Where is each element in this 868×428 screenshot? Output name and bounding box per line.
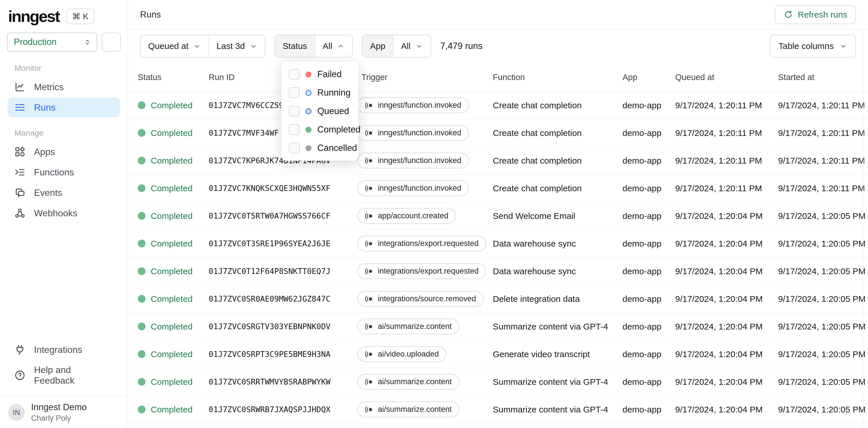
table-row[interactable]: Completed01J7ZVC7KP6RJK74B1NP14PA6Vinnge… xyxy=(128,147,868,174)
status-option-label: Failed xyxy=(317,69,341,79)
column-header-function[interactable]: Function xyxy=(493,73,622,82)
sidebar-item-integrations[interactable]: Integrations xyxy=(7,340,120,359)
status-option-queued[interactable]: Queued xyxy=(281,102,359,121)
function-cell[interactable]: Data warehouse sync xyxy=(493,239,622,249)
checkbox[interactable] xyxy=(289,106,300,117)
sidebar-item-label: Integrations xyxy=(34,344,82,355)
table-row[interactable]: Completed01J7ZVC0T12F64P8SNKTT0EQ7Jinteg… xyxy=(128,258,868,285)
event-icon xyxy=(365,350,373,359)
trigger-pill[interactable]: integrations/source.removed xyxy=(358,291,484,307)
started-at-cell: 9/17/2024, 1:20:05 PM xyxy=(778,349,868,359)
table-row[interactable]: Completed01J7ZVC7KNQKSCXQE3HQWN55XFinnge… xyxy=(128,174,868,202)
run-id[interactable]: 01J7ZVC0T12F64P8SNKTT0EQ7J xyxy=(209,267,358,276)
user-menu[interactable]: IN Inngest Demo Charly Poly xyxy=(0,395,128,423)
app-filter-value[interactable]: All xyxy=(393,35,430,57)
column-header-started-at[interactable]: Started at xyxy=(778,73,868,82)
status-label: Completed xyxy=(151,322,192,331)
function-cell[interactable]: Summarize content via GPT-4 xyxy=(493,322,622,331)
status-option-failed[interactable]: Failed xyxy=(281,65,359,84)
trigger-pill[interactable]: inngest/function.invoked xyxy=(358,153,469,168)
table-row[interactable]: Completed01J7ZVC0SR0AE09MW62JGZ847Cinteg… xyxy=(128,285,868,313)
run-id[interactable]: 01J7ZVC0SRRTWMVYBSRABPWYKW xyxy=(209,377,358,386)
run-id[interactable]: 01J7ZVC0T5RTW0A7HGWSS766CF xyxy=(209,211,358,220)
sidebar-item-help-and-feedback[interactable]: Help and Feedback xyxy=(7,360,120,390)
run-id[interactable]: 01J7ZVC0SRWRB7JXAQSPJJHDQX xyxy=(209,405,358,414)
status-option-cancelled[interactable]: Cancelled xyxy=(281,139,359,157)
refresh-runs-button[interactable]: Refresh runs xyxy=(775,5,856,24)
table-row[interactable]: Completed01J7ZVC0SRWRB7JXAQSPJJHDQXai/su… xyxy=(128,396,868,423)
run-id[interactable]: 01J7ZVC0SRGTV303YEBNPNK0DV xyxy=(209,322,358,331)
function-cell[interactable]: Summarize content via GPT-4 xyxy=(493,405,622,415)
sidebar-item-events[interactable]: Events xyxy=(7,183,120,202)
trigger-pill[interactable]: ai/video.uploaded xyxy=(358,346,446,362)
queued-at-cell: 9/17/2024, 1:20:04 PM xyxy=(675,211,778,221)
table-row[interactable]: Completed01J7ZVC0SRRTWMVYBSRABPWYKWai/su… xyxy=(128,368,868,396)
status-cell: Completed xyxy=(138,128,209,138)
status-option-completed[interactable]: Completed xyxy=(281,121,359,139)
run-id[interactable]: 01J7ZVC0SRPT3C9PE5BME9H3NA xyxy=(209,350,358,359)
status-option-running[interactable]: Running xyxy=(281,84,359,102)
checkbox[interactable] xyxy=(289,69,300,80)
function-cell[interactable]: Data warehouse sync xyxy=(493,266,622,276)
table-row[interactable]: Completed01J7ZVC7MV6CCZS9inngest/functio… xyxy=(128,92,868,119)
started-at-cell: 9/17/2024, 1:20:11 PM xyxy=(778,128,868,138)
table-row[interactable]: Completed01J7ZVC7MVF34WFinngest/function… xyxy=(128,119,868,147)
table-row[interactable]: Completed01J7ZVC0T5RTW0A7HGWSS766CFapp/a… xyxy=(128,202,868,230)
run-id[interactable]: 01J7ZVC0T3SRE1P96SYEA2J6JE xyxy=(209,239,358,248)
status-dot-cancelled xyxy=(306,145,312,151)
trigger-pill[interactable]: integrations/export.requested xyxy=(358,263,486,279)
scrollbar-gutter[interactable] xyxy=(863,29,868,428)
run-id[interactable]: 01J7ZVC0SR0AE09MW62JGZ847C xyxy=(209,294,358,303)
function-cell[interactable]: Create chat completion xyxy=(493,184,622,193)
trigger-pill[interactable]: inngest/function.invoked xyxy=(358,125,469,141)
status-cell: Completed xyxy=(138,239,209,249)
trigger-cell: integrations/source.removed xyxy=(358,291,493,307)
started-at-cell: 9/17/2024, 1:20:11 PM xyxy=(778,101,868,110)
queued-at-cell: 9/17/2024, 1:20:04 PM xyxy=(675,266,778,276)
table-row[interactable]: Completed01J7ZVC0SRPT3C9PE5BME9H3NAai/vi… xyxy=(128,340,868,368)
environment-select[interactable]: Production xyxy=(7,33,97,52)
column-header-app[interactable]: App xyxy=(622,73,675,82)
sidebar-item-metrics[interactable]: Metrics xyxy=(7,77,120,97)
run-id[interactable]: 01J7ZVC7KNQKSCXQE3HQWN55XF xyxy=(209,184,358,193)
function-cell[interactable]: Delete integration data xyxy=(493,294,622,304)
trigger-pill[interactable]: ai/summarize.content xyxy=(358,319,459,334)
trigger-pill[interactable]: inngest/function.invoked xyxy=(358,180,469,196)
checkbox[interactable] xyxy=(289,142,300,154)
checkbox[interactable] xyxy=(289,87,300,98)
status-label: Completed xyxy=(151,211,192,221)
sidebar-item-runs[interactable]: Runs xyxy=(7,98,120,117)
function-cell[interactable]: Create chat completion xyxy=(493,128,622,138)
sidebar-item-apps[interactable]: Apps xyxy=(7,142,120,162)
function-cell[interactable]: Generate video transcript xyxy=(493,349,622,359)
column-header-trigger[interactable]: Trigger xyxy=(358,73,493,82)
started-at-cell: 9/17/2024, 1:20:11 PM xyxy=(778,184,868,193)
help-icon xyxy=(14,370,25,381)
table-row[interactable]: Completed01J7ZVC0T3SRE1P96SYEA2J6JEinteg… xyxy=(128,230,868,258)
section-label-manage: Manage xyxy=(0,118,128,141)
function-cell[interactable]: Create chat completion xyxy=(493,101,622,110)
trigger-cell: ai/summarize.content xyxy=(358,374,493,390)
started-at-cell: 9/17/2024, 1:20:05 PM xyxy=(778,405,868,415)
checkbox[interactable] xyxy=(289,124,300,135)
function-cell[interactable]: Summarize content via GPT-4 xyxy=(493,377,622,387)
status-filter-value[interactable]: All xyxy=(315,35,352,57)
trigger-pill[interactable]: ai/summarize.content xyxy=(358,401,459,417)
trigger-pill[interactable]: integrations/export.requested xyxy=(358,236,486,252)
column-header-queued-at[interactable]: Queued at xyxy=(675,73,778,82)
sidebar-item-functions[interactable]: Functions xyxy=(7,162,120,182)
trigger-pill[interactable]: inngest/function.invoked xyxy=(358,97,469,113)
sidebar-item-webhooks[interactable]: Webhooks xyxy=(7,203,120,223)
column-header-status[interactable]: Status xyxy=(138,73,209,82)
time-range-filter[interactable]: Last 3d xyxy=(208,35,265,57)
table-row[interactable]: Completed01J7ZVC0SRGTV303YEBNPNK0DVai/su… xyxy=(128,313,868,340)
environment-filter-button[interactable] xyxy=(102,33,121,52)
trigger-pill[interactable]: app/account.created xyxy=(358,208,456,224)
table-columns-button[interactable]: Table columns xyxy=(770,35,856,58)
status-label: Completed xyxy=(151,184,192,193)
queued-at-filter[interactable]: Queued at xyxy=(141,35,208,57)
command-k-shortcut[interactable]: ⌘ K xyxy=(66,9,94,24)
trigger-pill[interactable]: ai/summarize.content xyxy=(358,374,459,390)
function-cell[interactable]: Send Welcome Email xyxy=(493,211,622,221)
function-cell[interactable]: Create chat completion xyxy=(493,156,622,166)
